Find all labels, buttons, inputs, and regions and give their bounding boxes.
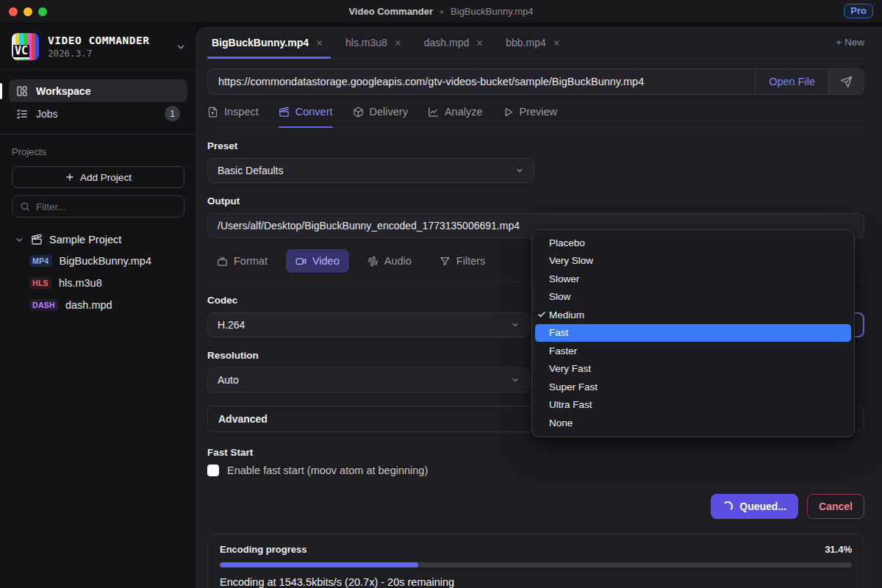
codec-select[interactable]: H.264	[207, 312, 530, 337]
video-camera-icon	[295, 256, 306, 267]
action-row: Queued... Cancel	[207, 494, 864, 519]
file-tab-label: BigBuckBunny.mp4	[212, 37, 309, 49]
url-input[interactable]	[208, 76, 755, 87]
sidebar-item-jobs[interactable]: Jobs 1	[9, 102, 187, 125]
tab-inspect[interactable]: Inspect	[207, 106, 259, 127]
tab-label: Preview	[520, 106, 558, 118]
subtab-filters[interactable]: Filters	[430, 249, 495, 273]
dropdown-item[interactable]: None	[532, 414, 854, 432]
fast-start-checkbox[interactable]	[207, 465, 219, 476]
clapperboard-icon	[279, 107, 290, 118]
dropdown-item[interactable]: Super Fast	[532, 378, 854, 396]
resolution-select[interactable]: Auto	[207, 368, 530, 392]
window-title-doc: BigBuckBunny.mp4	[451, 6, 534, 17]
search-icon	[20, 201, 30, 212]
dropdown-item[interactable]: Ultra Fast	[532, 396, 854, 415]
cancel-button[interactable]: Cancel	[807, 494, 864, 519]
resolution-value: Auto	[218, 374, 239, 386]
chevron-down-icon[interactable]	[176, 42, 186, 52]
file-tab[interactable]: hls.m3u8	[341, 37, 409, 58]
progress-percent: 31.4%	[825, 544, 852, 555]
window-title-app: Video Commander	[348, 6, 433, 17]
load-url-button[interactable]	[828, 69, 864, 94]
tab-label: Delivery	[370, 106, 408, 118]
dropdown-item-selected[interactable]: Medium	[532, 306, 854, 324]
sidebar-item-workspace[interactable]: Workspace	[9, 79, 187, 102]
chevron-down-icon	[511, 376, 520, 384]
app-version: 2026.3.7	[48, 48, 167, 59]
zoom-window-button[interactable]	[38, 7, 47, 16]
preset-label: Preset	[207, 140, 864, 151]
tab-label: Analyze	[445, 106, 483, 118]
format-badge-hls: HLS	[29, 277, 51, 289]
sidebar-nav: Workspace Jobs 1	[0, 71, 196, 135]
dropdown-item-highlighted[interactable]: Fast	[535, 324, 851, 343]
dropdown-item[interactable]: Very Fast	[532, 360, 854, 379]
dropdown-item[interactable]: Slow	[532, 288, 854, 306]
queued-label: Queued...	[739, 501, 786, 512]
tab-delivery[interactable]: Delivery	[353, 106, 408, 127]
open-file-button[interactable]: Open File	[755, 69, 828, 94]
dropdown-item[interactable]: Faster	[532, 342, 854, 360]
sidebar: VC VIDEO COMMANDER 2026.3.7 Workspace Jo…	[0, 24, 196, 588]
close-icon[interactable]	[553, 39, 561, 47]
dropdown-item-label: Faster	[549, 345, 577, 356]
dropdown-item[interactable]: Placebo	[532, 234, 854, 252]
app-title: VIDEO COMMANDER	[48, 35, 167, 46]
minimize-window-button[interactable]	[24, 7, 32, 16]
new-tab-button[interactable]: + New	[836, 37, 864, 58]
fast-start-option-label: Enable fast start (moov atom at beginnin…	[227, 465, 428, 476]
close-window-button[interactable]	[9, 7, 18, 16]
subtab-format[interactable]: Format	[207, 249, 277, 273]
chevron-down-icon[interactable]	[15, 235, 24, 245]
tree-file-row[interactable]: MP4 BigBuckBunny.mp4	[10, 250, 189, 272]
spinner-icon	[723, 501, 733, 512]
file-tab-label: bbb.mp4	[506, 37, 545, 49]
tv-icon	[217, 256, 228, 267]
add-project-button[interactable]: Add Project	[12, 166, 184, 188]
play-icon	[503, 107, 514, 118]
queued-button[interactable]: Queued...	[711, 494, 798, 519]
close-icon[interactable]	[394, 39, 402, 47]
app-logo-text: VC	[13, 45, 29, 59]
file-tab-label: hls.m3u8	[345, 37, 387, 49]
file-tab[interactable]: dash.mpd	[420, 37, 491, 58]
tab-convert[interactable]: Convert	[279, 106, 333, 127]
file-tab[interactable]: BigBuckBunny.mp4	[207, 37, 331, 58]
subtab-label: Audio	[384, 255, 412, 267]
format-badge-dash: DASH	[29, 299, 58, 311]
dropdown-item-label: Slow	[549, 291, 570, 302]
dropdown-item[interactable]: Very Slow	[532, 252, 854, 270]
advanced-label: Advanced	[218, 413, 268, 425]
filter-input[interactable]	[36, 201, 176, 212]
dropdown-item[interactable]: Slower	[532, 270, 854, 288]
tab-analyze[interactable]: Analyze	[428, 106, 483, 127]
progress-title: Encoding progress	[220, 544, 306, 555]
tree-project-row[interactable]: Sample Project	[10, 234, 189, 250]
sidebar-header[interactable]: VC VIDEO COMMANDER 2026.3.7	[0, 24, 196, 71]
progress-track	[220, 562, 852, 567]
preset-select[interactable]: Basic Defaults	[207, 158, 534, 183]
jobs-count-badge: 1	[165, 106, 180, 121]
preset-value: Basic Defaults	[218, 165, 283, 176]
output-label: Output	[207, 196, 864, 207]
project-tree: Sample Project MP4 BigBuckBunny.mp4 HLS …	[0, 218, 196, 316]
subtab-audio[interactable]: Audio	[358, 249, 421, 273]
chevron-down-icon	[515, 166, 524, 175]
package-icon	[353, 107, 364, 118]
app-logo: VC	[12, 33, 39, 60]
close-icon[interactable]	[315, 39, 323, 47]
file-tab[interactable]: bbb.mp4	[501, 37, 567, 58]
funnel-icon	[440, 256, 451, 267]
subtab-label: Format	[234, 255, 268, 267]
sidebar-item-label: Workspace	[36, 85, 90, 97]
window-controls[interactable]	[9, 7, 47, 16]
send-icon	[840, 76, 853, 88]
subtab-video[interactable]: Video	[286, 249, 349, 273]
tree-file-row[interactable]: DASH dash.mpd	[10, 294, 189, 316]
clapperboard-icon	[31, 234, 43, 245]
tab-preview[interactable]: Preview	[503, 106, 558, 127]
close-icon[interactable]	[476, 39, 484, 47]
tree-file-row[interactable]: HLS hls.m3u8	[10, 272, 189, 294]
dropdown-item-label: Fast	[549, 327, 568, 338]
